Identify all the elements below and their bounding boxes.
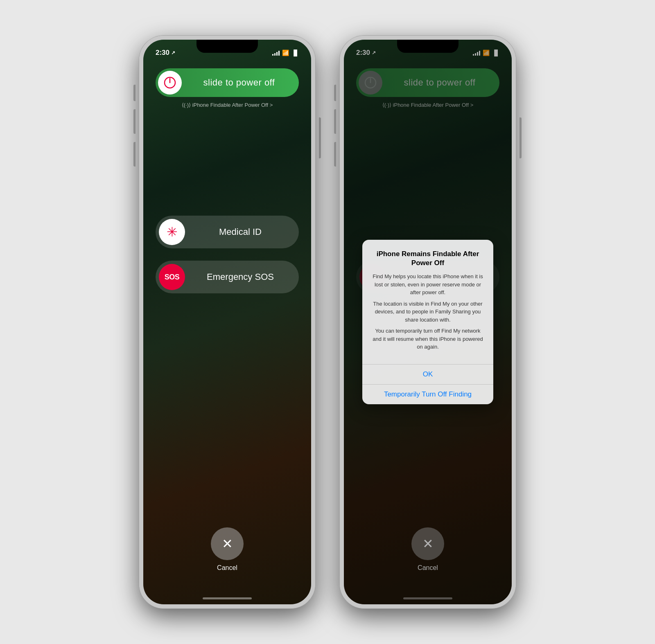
power-icon	[164, 77, 176, 89]
turn-off-finding-button[interactable]: Temporarily Turn Off Finding	[362, 385, 493, 404]
cancel-container-1: ✕ Cancel	[211, 527, 244, 572]
volume-down-button-2[interactable]	[334, 142, 336, 167]
dialog-body-1: Find My helps you locate this iPhone whe…	[370, 272, 485, 297]
silent-switch[interactable]	[133, 85, 136, 101]
battery-icon-1: ▐▌	[291, 50, 299, 56]
wifi-icon-1: 📶	[282, 50, 289, 56]
cancel-label-1: Cancel	[217, 564, 237, 572]
phone-screen-1: 2:30 ↗ 📶 ▐▌	[143, 40, 311, 604]
findable-dialog: iPhone Remains Findable After Power Off …	[362, 240, 493, 404]
phone-2: 2:30 ↗ 📶 ▐▌	[340, 36, 516, 608]
power-slider-text: slide to power off	[182, 77, 296, 88]
power-button[interactable]	[319, 117, 321, 158]
medical-icon: ✳	[167, 224, 178, 240]
power-slider-thumb	[158, 71, 182, 95]
phone-frame-2: 2:30 ↗ 📶 ▐▌	[340, 36, 516, 608]
sos-thumb: SOS	[159, 264, 185, 290]
cancel-x-icon-1: ✕	[222, 536, 233, 552]
power-off-slider[interactable]: slide to power off	[156, 68, 299, 97]
dialog-content: iPhone Remains Findable After Power Off …	[362, 240, 493, 361]
power-button-2[interactable]	[519, 117, 522, 158]
phone-frame-1: 2:30 ↗ 📶 ▐▌	[139, 36, 315, 608]
volume-up-button-2[interactable]	[334, 109, 336, 134]
medical-id-label: Medical ID	[185, 227, 296, 237]
signal-icon-1	[272, 50, 280, 56]
ok-button[interactable]: OK	[362, 365, 493, 385]
volume-down-button[interactable]	[133, 142, 136, 167]
dialog-body-3: You can temporarily turn off Find My net…	[370, 327, 485, 351]
phone-screen-2: 2:30 ↗ 📶 ▐▌	[344, 40, 512, 604]
sos-icon: SOS	[165, 273, 180, 281]
status-icons-1: 📶 ▐▌	[272, 50, 299, 56]
status-time-1: 2:30 ↗	[156, 49, 175, 57]
volume-up-button[interactable]	[133, 109, 136, 134]
cancel-button-1[interactable]: ✕	[211, 527, 244, 560]
home-indicator-1	[203, 597, 252, 599]
dialog-body-2: The location is visible in Find My on yo…	[370, 300, 485, 324]
notch-1	[196, 40, 258, 53]
dialog-overlay: iPhone Remains Findable After Power Off …	[344, 40, 512, 604]
time-display-1: 2:30	[156, 49, 169, 57]
phone-1: 2:30 ↗ 📶 ▐▌	[139, 36, 315, 608]
medical-id-thumb: ✳	[159, 219, 185, 245]
emergency-sos-slider[interactable]: SOS Emergency SOS	[156, 261, 299, 293]
location-arrow-1: ↗	[171, 50, 175, 56]
findable-text-1[interactable]: ⟨(·)⟩ iPhone Findable After Power Off >	[143, 102, 311, 108]
silent-switch-2[interactable]	[334, 85, 336, 101]
emergency-sos-label: Emergency SOS	[185, 272, 296, 282]
medical-id-slider[interactable]: ✳ Medical ID	[156, 216, 299, 248]
dialog-title: iPhone Remains Findable After Power Off	[370, 250, 485, 268]
